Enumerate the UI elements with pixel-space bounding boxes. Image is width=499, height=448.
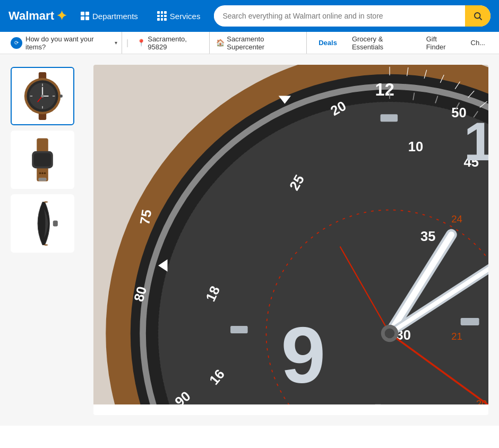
thumbnail-1[interactable] — [11, 67, 74, 125]
main-content: 12 50 20 45 10 35 30 25 75 18 80 16 — [0, 54, 499, 426]
delivery-selector[interactable]: ⟳ How do you want your items? ▾ — [6, 32, 122, 54]
watch-thumb-3-image — [19, 200, 66, 247]
watch-thumb-2-image — [19, 136, 66, 184]
svg-rect-24 — [53, 221, 58, 227]
right-nav-links: Deals Grocery & Essentials Gift Finder C… — [311, 32, 493, 54]
watch-thumb-1-image — [19, 72, 66, 120]
store-selector[interactable]: 🏠 Sacramento Supercenter — [210, 32, 307, 54]
svg-line-1 — [479, 18, 481, 20]
main-product-image: 12 50 20 45 10 35 30 25 75 18 80 16 — [93, 65, 488, 415]
svg-rect-47 — [381, 114, 398, 122]
svg-point-22 — [44, 172, 46, 174]
store-icon: 🏠 — [216, 39, 225, 47]
grocery-essentials-nav-link[interactable]: Grocery & Essentials — [345, 32, 419, 54]
thumbnail-2[interactable] — [11, 131, 74, 189]
thumbnail-3[interactable] — [11, 194, 74, 253]
svg-text:21: 21 — [451, 331, 462, 342]
svg-rect-8 — [42, 106, 43, 109]
main-watch-svg: 12 50 20 45 10 35 30 25 75 18 80 16 — [93, 65, 488, 404]
store-text: Sacramento Supercenter — [227, 35, 300, 51]
location-text: Sacramento, 95829 — [148, 35, 205, 51]
svg-point-0 — [475, 13, 480, 19]
search-icon — [473, 11, 483, 21]
top-nav: Walmart ✦ Departments Services — [0, 0, 499, 32]
svg-rect-19 — [34, 153, 51, 166]
services-nav-item[interactable]: Services — [152, 7, 206, 25]
svg-text:9: 9 — [281, 310, 325, 400]
spark-icon: ✦ — [56, 8, 67, 23]
svg-point-20 — [39, 172, 41, 174]
separator-1: | — [122, 38, 133, 48]
departments-nav-item[interactable]: Departments — [75, 7, 143, 25]
services-label: Services — [170, 12, 201, 21]
svg-text:10: 10 — [408, 139, 423, 154]
svg-text:12: 12 — [463, 110, 488, 173]
svg-text:24: 24 — [451, 213, 462, 225]
location-selector[interactable]: 📍 Sacramento, 95829 — [133, 32, 210, 54]
services-grid-icon — [157, 11, 167, 21]
search-bar — [214, 5, 491, 27]
delivery-chevron-icon: ▾ — [115, 40, 117, 46]
pin-icon: 📍 — [137, 39, 145, 47]
svg-text:75: 75 — [137, 209, 154, 226]
svg-rect-10 — [53, 96, 55, 97]
gift-finder-nav-link[interactable]: Gift Finder — [419, 32, 463, 54]
svg-point-14 — [41, 94, 44, 97]
svg-rect-7 — [42, 84, 43, 87]
more-nav-link[interactable]: Ch... — [463, 32, 493, 54]
svg-rect-50 — [230, 326, 248, 333]
logo-text: Walmart — [8, 9, 54, 23]
walmart-logo[interactable]: Walmart ✦ — [8, 8, 67, 23]
search-button[interactable] — [465, 5, 491, 27]
deals-nav-link[interactable]: Deals — [311, 32, 345, 54]
svg-rect-53 — [461, 318, 479, 325]
search-input[interactable] — [214, 12, 465, 20]
svg-rect-15 — [59, 94, 62, 97]
departments-grid-icon — [81, 12, 89, 20]
svg-rect-9 — [30, 96, 33, 97]
svg-point-76 — [385, 329, 395, 339]
svg-rect-23 — [39, 178, 46, 180]
svg-text:35: 35 — [420, 229, 435, 244]
delivery-icon: ⟳ — [11, 37, 22, 49]
svg-rect-16 — [37, 139, 48, 153]
svg-point-21 — [41, 172, 44, 174]
svg-text:12: 12 — [375, 80, 394, 99]
departments-label: Departments — [92, 12, 138, 21]
delivery-question-text: How do you want your items? — [25, 35, 111, 51]
secondary-nav: ⟳ How do you want your items? ▾ | 📍 Sacr… — [0, 32, 499, 54]
thumbnail-column — [11, 65, 85, 415]
